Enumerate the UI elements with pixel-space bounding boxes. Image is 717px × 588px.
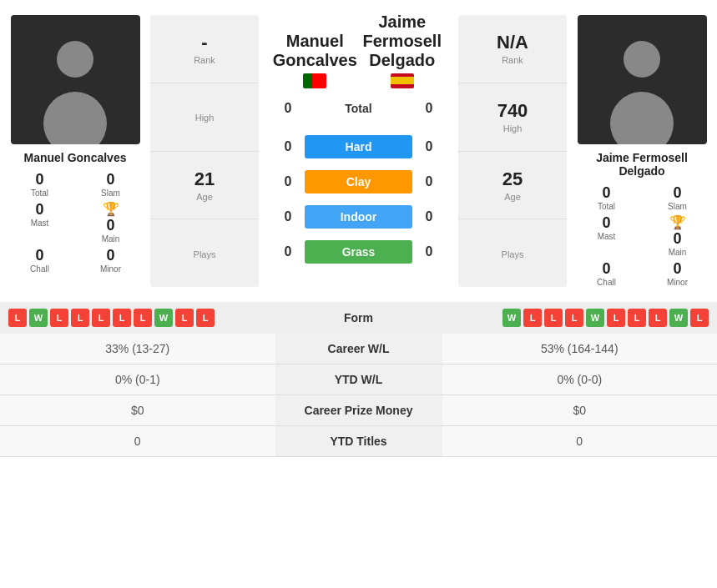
form-badge-l: L (196, 309, 215, 327)
right-flag-container (359, 73, 447, 88)
form-badge-l: L (565, 309, 583, 327)
career-wl-left: 33% (13-27) (0, 334, 275, 364)
left-stats-grid: 0 Total 0 Slam 0 Mast 🏆 0 Main 0 (8, 171, 142, 274)
right-trophy-icon: 🏆 (669, 214, 686, 230)
career-wl-right: 53% (164-144) (442, 334, 718, 364)
form-badge-l: L (607, 309, 625, 327)
prize-money-right: $0 (442, 395, 718, 425)
right-slam-stat: 0 Slam (646, 184, 709, 211)
clay-right-score: 0 (412, 174, 446, 189)
right-player-avatar (578, 15, 707, 144)
form-badge-w: W (669, 309, 688, 327)
left-main-stat: 🏆 0 Main (79, 201, 142, 244)
grass-left-score: 0 (271, 244, 305, 259)
prize-money-label: Career Prize Money (275, 395, 442, 425)
form-badge-l: L (649, 309, 667, 327)
right-center-info: N/A Rank 740 High 25 Age Plays (458, 15, 567, 287)
form-badge-l: L (8, 309, 27, 327)
left-player-avatar (11, 15, 140, 144)
ytd-wl-left: 0% (0-1) (0, 364, 275, 395)
left-age-cell: 21 Age (150, 152, 259, 220)
right-mast-stat: 0 Mast (575, 214, 638, 257)
right-main-stat: 🏆 0 Main (646, 214, 709, 257)
left-trophy-icon: 🏆 (103, 201, 119, 217)
form-badge-w: W (586, 309, 604, 327)
left-mast-stat: 0 Mast (8, 201, 71, 244)
left-slam-stat: 0 Slam (79, 171, 142, 198)
hard-left-score: 0 (271, 139, 305, 154)
right-age-cell: 25 Age (458, 152, 567, 220)
prize-money-row: $0 Career Prize Money $0 (0, 395, 717, 426)
right-high-cell: 740 High (458, 83, 567, 152)
left-name-header: Manuel Goncalves (271, 32, 359, 88)
right-stats-grid: 0 Total 0 Slam 0 Mast 🏆 0 Main 0 (575, 184, 709, 287)
left-total-stat: 0 Total (8, 171, 71, 198)
ytd-titles-left: 0 (0, 426, 275, 456)
main-container: Manuel Goncalves 0 Total 0 Slam 0 Mast 🏆… (0, 0, 717, 457)
right-name-header: Jaime Fermosell Delgado (359, 13, 447, 88)
form-badge-l: L (690, 309, 709, 327)
left-center-info: - Rank High 21 Age Plays (150, 15, 259, 287)
form-badge-l: L (523, 309, 542, 327)
grass-row: 0 Grass 0 (271, 240, 446, 264)
left-chall-stat: 0 Chall (8, 247, 71, 274)
clay-badge: Clay (305, 170, 412, 193)
right-flag (391, 73, 414, 88)
clay-left-score: 0 (271, 174, 305, 189)
ytd-titles-row: 0 YTD Titles 0 (0, 426, 717, 457)
svg-point-3 (610, 92, 674, 144)
ytd-titles-right: 0 (442, 426, 718, 456)
right-rank-cell: N/A Rank (458, 15, 567, 83)
form-section: LWLLLLLWLL Form WLLLWLLLWL (0, 302, 717, 334)
form-badge-w: W (502, 309, 521, 327)
left-minor-stat: 0 Minor (79, 247, 142, 274)
career-wl-label: Career W/L (275, 334, 442, 364)
indoor-badge: Indoor (305, 205, 412, 229)
form-badge-l: L (50, 309, 68, 327)
total-left-score: 0 (271, 101, 305, 116)
form-badge-l: L (134, 309, 152, 327)
form-badge-w: W (154, 309, 173, 327)
ytd-wl-label: YTD W/L (275, 364, 442, 395)
hard-row: 0 Hard 0 (271, 135, 446, 158)
indoor-right-score: 0 (412, 209, 446, 224)
right-total-stat: 0 Total (575, 184, 638, 211)
form-label: Form (326, 311, 392, 324)
grass-right-score: 0 (412, 244, 446, 259)
hard-badge: Hard (305, 135, 412, 158)
prize-money-left: $0 (0, 395, 275, 425)
form-badge-l: L (92, 309, 110, 327)
left-flag-container (271, 73, 359, 88)
form-badge-l: L (71, 309, 89, 327)
right-form-badges: WLLLWLLLWL (502, 309, 709, 327)
right-name-top: Jaime Fermosell Delgado (359, 13, 447, 70)
right-chall-stat: 0 Chall (575, 260, 638, 287)
ytd-titles-label: YTD Titles (275, 426, 442, 456)
svg-point-2 (624, 41, 660, 78)
right-plays-cell: Plays (458, 219, 567, 287)
total-right-score: 0 (412, 101, 446, 116)
right-player-panel: Jaime Fermosell Delgado 0 Total 0 Slam 0… (567, 8, 717, 294)
clay-row: 0 Clay 0 (271, 170, 446, 193)
left-player-name: Manuel Goncalves (24, 151, 127, 164)
svg-point-0 (57, 41, 93, 78)
total-row: 0 Total 0 (271, 97, 446, 120)
career-wl-row: 33% (13-27) Career W/L 53% (164-144) (0, 334, 717, 364)
match-area: Manuel Goncalves Jaime Fermosell Delgado… (259, 8, 458, 294)
left-rank-cell: - Rank (150, 15, 259, 83)
top-section: Manuel Goncalves 0 Total 0 Slam 0 Mast 🏆… (0, 0, 717, 302)
names-row: Manuel Goncalves Jaime Fermosell Delgado (271, 13, 446, 93)
form-badge-l: L (175, 309, 194, 327)
left-flag (303, 73, 326, 88)
ytd-wl-row: 0% (0-1) YTD W/L 0% (0-0) (0, 364, 717, 395)
total-label: Total (305, 97, 412, 120)
right-minor-stat: 0 Minor (646, 260, 709, 287)
indoor-row: 0 Indoor 0 (271, 205, 446, 229)
left-form-badges: LWLLLLLWLL (8, 309, 215, 327)
left-player-panel: Manuel Goncalves 0 Total 0 Slam 0 Mast 🏆… (0, 8, 150, 294)
ytd-wl-right: 0% (0-0) (442, 364, 718, 395)
form-badge-l: L (628, 309, 646, 327)
right-player-name: Jaime Fermosell Delgado (575, 151, 709, 178)
form-badge-w: W (29, 309, 48, 327)
form-badge-l: L (113, 309, 131, 327)
